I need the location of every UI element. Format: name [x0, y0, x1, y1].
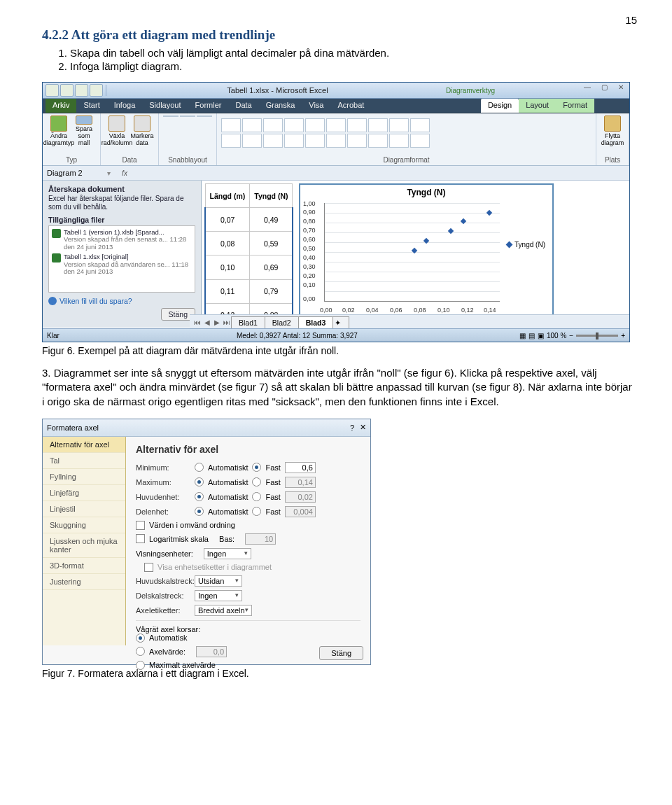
qa-excel-icon[interactable] — [46, 84, 59, 97]
sheet-nav[interactable]: ⏮◀▶⏭ — [192, 318, 232, 326]
sheet-blad3[interactable]: Blad3 — [298, 316, 334, 328]
tab-infoga[interactable]: Infoga — [107, 99, 143, 113]
display-units-dropdown[interactable]: Ingen — [204, 548, 251, 559]
dialog-titlebar: Formatera axel ? ✕ — [43, 419, 370, 437]
sheet-blad2[interactable]: Blad2 — [265, 316, 299, 328]
tab-data[interactable]: Data — [228, 99, 258, 113]
data-table[interactable]: Längd (m)Tyngd (N) 0,070,49 0,080,59 0,1… — [204, 183, 293, 328]
quick-access-toolbar[interactable] — [46, 84, 103, 97]
major-auto-radio[interactable] — [195, 492, 204, 501]
dialog-close-button[interactable]: ✕ — [360, 423, 366, 432]
group-snabblayout: Snabblayout — [163, 156, 212, 164]
tab-acrobat[interactable]: Acrobat — [330, 99, 371, 113]
page-number: 15 — [42, 14, 637, 26]
zoom-out-button[interactable]: − — [569, 332, 573, 340]
side-justering[interactable]: Justering — [43, 574, 125, 590]
log-check[interactable] — [136, 534, 145, 543]
minor-field[interactable]: 0,004 — [285, 506, 316, 517]
min-field[interactable]: 0,6 — [285, 462, 316, 473]
vaxla-radkolumn-button[interactable]: Växla rad/kolumn — [105, 115, 129, 146]
side-fyllning[interactable]: Fyllning — [43, 469, 125, 485]
snabblayout-1[interactable] — [163, 115, 178, 117]
max-auto-radio[interactable] — [195, 477, 204, 486]
side-3dformat[interactable]: 3D-format — [43, 558, 125, 574]
cross-max-radio[interactable] — [136, 661, 145, 670]
max-field[interactable]: 0,14 — [285, 477, 316, 488]
zoom-in-button[interactable]: + — [621, 332, 625, 340]
sheet-blad1[interactable]: Blad1 — [231, 316, 265, 328]
side-tal[interactable]: Tal — [43, 453, 125, 469]
tab-granska[interactable]: Granska — [259, 99, 302, 113]
data-point — [424, 238, 429, 244]
cross-value-radio[interactable] — [136, 647, 145, 656]
minimize-button[interactable]: — — [579, 83, 596, 97]
data-point — [412, 248, 417, 253]
recovery-item-2[interactable]: Tabell 1.xlsx [Original]Version skapad d… — [50, 252, 193, 276]
dialog-close-button-foot[interactable]: Stäng — [319, 646, 363, 660]
recovery-item-1[interactable]: Tabell 1 (version 1).xlsb [Sparad...Vers… — [50, 227, 193, 252]
maximize-button[interactable]: ▢ — [596, 83, 612, 97]
view-normal-icon[interactable]: ▦ — [519, 332, 526, 340]
min-fixed-radio[interactable] — [252, 463, 261, 472]
tab-format[interactable]: Format — [556, 99, 594, 113]
dialog-main-pane: Alternativ för axel Minimum: Automatiskt… — [126, 437, 370, 645]
side-ljussken[interactable]: Ljussken och mjuka kanter — [43, 533, 125, 558]
close-button[interactable]: ✕ — [612, 83, 629, 97]
axis-labels-dropdown[interactable]: Bredvid axeln — [195, 605, 252, 616]
fx-icon[interactable]: fx — [118, 169, 132, 177]
which-file-link[interactable]: Vilken fil vill du spara? — [48, 297, 195, 305]
min-auto-radio[interactable] — [195, 463, 204, 472]
tab-sidlayout[interactable]: Sidlayout — [142, 99, 188, 113]
tab-design[interactable]: Design — [481, 99, 519, 113]
zoom-slider[interactable] — [576, 335, 618, 337]
zoom-value[interactable]: 100 % — [547, 332, 566, 340]
cross-auto-radio[interactable] — [136, 634, 145, 643]
andra-diagramtyp-button[interactable]: Ändra diagramtyp — [47, 115, 71, 146]
worksheet-area: Längd (m)Tyngd (N) 0,070,49 0,080,59 0,1… — [202, 181, 629, 328]
minor-fixed-radio[interactable] — [252, 507, 261, 516]
sheet-new[interactable]: ✦ — [332, 316, 349, 328]
plot-area[interactable] — [324, 203, 500, 302]
dialog-sidebar: Alternativ för axel Tal Fyllning Linjefä… — [43, 437, 126, 645]
base-field[interactable]: 10 — [245, 533, 276, 545]
qa-redo-icon[interactable] — [90, 84, 103, 97]
workspace: Återskapa dokument Excel har återskapat … — [43, 181, 629, 328]
flytta-diagram-button[interactable]: Flytta diagram — [601, 115, 624, 146]
markera-data-button[interactable]: Markera data — [130, 115, 154, 146]
minor-tick-dropdown[interactable]: Ingen — [195, 590, 242, 601]
qa-undo-icon[interactable] — [75, 84, 88, 97]
side-skuggning[interactable]: Skuggning — [43, 517, 125, 533]
name-box[interactable]: Diagram 2 — [43, 169, 107, 177]
chart-styles-gallery[interactable] — [221, 115, 592, 148]
recovery-file-list[interactable]: Tabell 1 (version 1).xlsb [Sparad...Vers… — [48, 225, 195, 293]
tab-layout[interactable]: Layout — [519, 99, 556, 113]
major-fixed-radio[interactable] — [252, 492, 261, 501]
side-linjestil[interactable]: Linjestil — [43, 501, 125, 517]
tab-arkiv[interactable]: Arkiv — [46, 99, 76, 113]
showunit-check[interactable] — [144, 563, 153, 572]
tab-formler[interactable]: Formler — [188, 99, 229, 113]
view-pagebreak-icon[interactable]: ▣ — [538, 332, 544, 340]
chart-legend[interactable]: Tyngd (N) — [507, 241, 545, 248]
side-alternativ[interactable]: Alternativ för axel — [43, 437, 125, 453]
col-head-1: Längd (m) — [205, 184, 250, 208]
snabblayout-2[interactable] — [180, 115, 195, 117]
tab-visa[interactable]: Visa — [302, 99, 330, 113]
snabblayout-3[interactable] — [197, 115, 212, 117]
max-fixed-radio[interactable] — [252, 477, 261, 486]
embedded-chart[interactable]: Tyngd (N) 1,00 — [299, 183, 554, 319]
dialog-help-button[interactable]: ? — [350, 424, 354, 432]
minor-auto-radio[interactable] — [195, 507, 204, 516]
major-tick-dropdown[interactable]: Utsidan — [195, 575, 242, 587]
major-field[interactable]: 0,02 — [285, 491, 316, 503]
tab-start[interactable]: Start — [76, 99, 106, 113]
minimum-label: Minimum: — [136, 463, 190, 472]
reverse-check[interactable] — [136, 521, 145, 530]
axisvalue-field[interactable]: 0,0 — [196, 646, 227, 657]
spara-som-mall-button[interactable]: Spara som mall — [72, 115, 96, 146]
side-linjefarg[interactable]: Linjefärg — [43, 485, 125, 501]
excel-file-icon — [52, 229, 61, 238]
view-pagelayout-icon[interactable]: ▤ — [528, 332, 535, 340]
qa-save-icon[interactable] — [60, 84, 74, 97]
ribbon-tabs: Arkiv Start Infoga Sidlayout Formler Dat… — [43, 99, 629, 113]
